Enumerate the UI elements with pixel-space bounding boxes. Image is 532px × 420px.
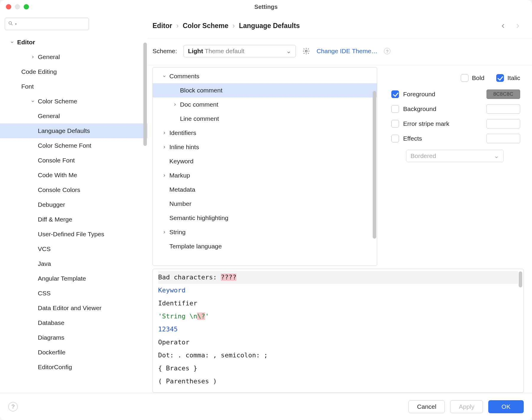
chevron-right-icon xyxy=(30,55,36,59)
sidebar-item[interactable]: CSS xyxy=(0,286,147,301)
change-theme-link[interactable]: Change IDE Theme… xyxy=(317,48,377,55)
sidebar-item[interactable]: VCS xyxy=(0,242,147,256)
sidebar-item[interactable]: Java xyxy=(0,256,147,271)
scheme-dropdown[interactable]: Light Theme default ⌄ xyxy=(184,45,296,57)
sidebar-item[interactable]: Color Scheme xyxy=(0,94,147,109)
sidebar-item-label: General xyxy=(38,53,60,61)
sidebar-item[interactable]: Editor xyxy=(0,35,147,50)
preview-braces: { Braces } xyxy=(158,364,197,372)
sidebar-item[interactable]: Dockerfile xyxy=(0,345,147,360)
foreground-checkbox[interactable] xyxy=(391,90,399,98)
sidebar-item[interactable]: Code With Me xyxy=(0,168,147,183)
maximize-icon[interactable] xyxy=(24,4,29,9)
bold-checkbox[interactable]: Bold xyxy=(461,74,484,82)
sidebar-item[interactable]: Database xyxy=(0,315,147,330)
sidebar-item[interactable]: User-Defined File Types xyxy=(0,227,147,242)
element-tree-label: Keyword xyxy=(169,158,194,165)
element-tree-label: Inline hints xyxy=(169,144,199,151)
sidebar-item[interactable]: Console Colors xyxy=(0,183,147,197)
chevron-down-icon xyxy=(30,99,36,103)
chevron-right-icon xyxy=(161,145,168,149)
sidebar-item[interactable]: Diagrams xyxy=(0,330,147,345)
sidebar-item-label: Java xyxy=(38,260,51,267)
sidebar-item[interactable]: Code Editing xyxy=(0,64,147,79)
chevron-right-icon xyxy=(161,230,168,234)
element-tree-label: Identifiers xyxy=(169,129,196,136)
search-container: ▾ xyxy=(0,14,147,34)
element-tree-label: Markup xyxy=(169,172,190,179)
gear-icon[interactable] xyxy=(302,47,310,55)
effects-type-value: Bordered xyxy=(411,152,436,159)
settings-tree[interactable]: EditorGeneralCode EditingFontColor Schem… xyxy=(0,34,147,393)
nav-back-button[interactable] xyxy=(498,22,508,30)
italic-checkbox[interactable]: Italic xyxy=(496,74,520,82)
scheme-label: Scheme: xyxy=(153,48,177,55)
chevron-down-icon: ⌄ xyxy=(286,48,291,55)
scrollbar-thumb[interactable] xyxy=(373,91,376,239)
preview-string: 'String xyxy=(158,312,189,320)
element-tree-item[interactable]: Comments xyxy=(153,69,377,83)
error-stripe-label: Error stripe mark xyxy=(403,120,449,127)
minimize-icon[interactable] xyxy=(15,4,20,9)
error-stripe-color-swatch[interactable] xyxy=(486,119,520,128)
close-icon[interactable] xyxy=(6,4,11,9)
sidebar-item[interactable]: Diff & Merge xyxy=(0,212,147,227)
element-tree-item[interactable]: Line comment xyxy=(153,112,377,126)
sidebar-item-label: CSS xyxy=(38,290,51,297)
element-tree-label: Semantic highlighting xyxy=(169,214,228,222)
element-tree-item[interactable]: Keyword xyxy=(153,154,377,168)
crumb-editor[interactable]: Editor xyxy=(153,22,172,30)
ok-button[interactable]: OK xyxy=(488,400,524,413)
sidebar-item-label: Dockerfile xyxy=(38,349,65,356)
sidebar-item[interactable]: Color Scheme Font xyxy=(0,138,147,153)
content-area: CommentsBlock commentDoc commentLine com… xyxy=(148,65,532,266)
svg-point-2 xyxy=(305,50,307,52)
sidebar-item[interactable]: Console Font xyxy=(0,153,147,168)
sidebar-item[interactable]: Font xyxy=(0,79,147,94)
element-tree-item[interactable]: Inline hints xyxy=(153,140,377,154)
sidebar-item-label: Console Font xyxy=(38,157,75,164)
background-checkbox[interactable] xyxy=(391,105,399,113)
preview-editor[interactable]: Bad characters: ???? Keyword Identifier … xyxy=(153,269,524,393)
sidebar-item[interactable]: Language Defaults xyxy=(0,123,147,138)
sidebar-item[interactable]: EditorConfig xyxy=(0,360,147,375)
help-icon[interactable]: ? xyxy=(8,402,18,411)
sidebar-item[interactable]: General xyxy=(0,109,147,123)
help-icon[interactable]: ? xyxy=(384,48,390,54)
element-tree-item[interactable]: Metadata xyxy=(153,183,377,197)
sidebar-item-label: General xyxy=(38,113,60,120)
element-tree-item[interactable]: Semantic highlighting xyxy=(153,211,377,225)
sidebar-item[interactable]: General xyxy=(0,50,147,64)
element-tree-item[interactable]: String xyxy=(153,225,377,239)
error-stripe-checkbox[interactable] xyxy=(391,120,399,128)
crumb-color-scheme[interactable]: Color Scheme xyxy=(183,22,228,30)
sidebar-item[interactable]: Data Editor and Viewer xyxy=(0,301,147,315)
element-tree-item[interactable]: Markup xyxy=(153,168,377,183)
cancel-button[interactable]: Cancel xyxy=(408,400,445,413)
chevron-right-icon xyxy=(161,173,168,178)
background-color-swatch[interactable] xyxy=(486,104,520,114)
scrollbar-thumb[interactable] xyxy=(143,43,147,146)
search-icon xyxy=(8,21,13,27)
style-panel: Bold Italic Foreground 8C8C8C xyxy=(377,65,532,266)
sidebar-item-label: Data Editor and Viewer xyxy=(38,305,102,312)
breadcrumb: Editor › Color Scheme › Language Default… xyxy=(153,22,300,30)
foreground-color-swatch[interactable]: 8C8C8C xyxy=(486,89,520,99)
sidebar-item[interactable]: Angular Template xyxy=(0,271,147,286)
effects-checkbox[interactable] xyxy=(391,135,399,142)
element-tree-item[interactable]: Number xyxy=(153,197,377,211)
scrollbar-thumb[interactable] xyxy=(519,271,522,287)
sidebar-item-label: Diff & Merge xyxy=(38,216,72,223)
sidebar-item-label: Color Scheme Font xyxy=(38,142,91,149)
sidebar-item[interactable]: Debugger xyxy=(0,197,147,212)
preview-invalid-escape: \? xyxy=(197,312,205,320)
element-tree-item[interactable]: Block comment xyxy=(153,83,377,97)
element-tree-item[interactable]: Identifiers xyxy=(153,126,377,140)
elements-tree[interactable]: CommentsBlock commentDoc commentLine com… xyxy=(153,67,377,266)
effects-color-swatch[interactable] xyxy=(486,134,520,143)
element-tree-item[interactable]: Doc comment xyxy=(153,97,377,112)
main-panel: Editor › Color Scheme › Language Default… xyxy=(148,14,532,393)
search-input[interactable]: ▾ xyxy=(5,18,89,30)
element-tree-label: Block comment xyxy=(180,87,223,94)
element-tree-item[interactable]: Template language xyxy=(153,239,377,253)
